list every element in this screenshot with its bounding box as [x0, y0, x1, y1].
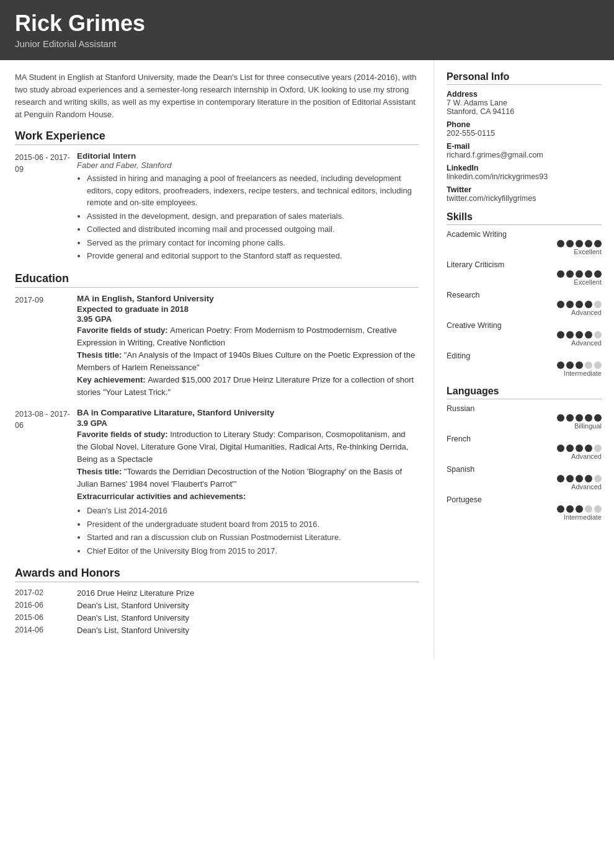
dot-filled	[585, 270, 592, 278]
edu-date: 2013-08 - 2017-06	[15, 408, 77, 559]
skill-item: Creative WritingAdvanced	[447, 321, 602, 347]
dot-filled	[585, 331, 592, 339]
award-date: 2017-02	[15, 588, 77, 598]
award-row: 2015-06Dean's List, Stanford University	[15, 613, 419, 622]
skill-name: Literary Criticism	[447, 260, 602, 269]
work-experience-title: Work Experience	[15, 130, 419, 145]
award-text: Dean's List, Stanford University	[77, 613, 419, 622]
dot-filled	[557, 475, 564, 482]
skills-items: Academic WritingExcellentLiterary Critic…	[447, 230, 602, 377]
dot-filled	[566, 361, 574, 369]
lang-dots-row	[447, 505, 602, 513]
dot-filled	[576, 475, 583, 482]
info-item: E-mailrichard.f.grimes@gmail.com	[447, 142, 602, 159]
lang-item: RussianBillingual	[447, 404, 602, 430]
edu-sub2: 3.9 GPA	[77, 418, 419, 428]
work-date: 2015-06 - 2017-09	[15, 151, 77, 264]
languages-section: Languages RussianBillingualFrenchAdvance…	[447, 386, 602, 521]
awards-title: Awards and Honors	[15, 567, 419, 582]
candidate-title: Junior Editorial Assistant	[15, 38, 599, 49]
dot-empty	[594, 505, 602, 513]
dot-filled	[576, 414, 583, 422]
dot-filled	[585, 445, 592, 452]
lang-name: Spanish	[447, 465, 602, 474]
education-title: Education	[15, 272, 419, 288]
dot-filled	[576, 361, 583, 369]
list-item: Dean's List 2014-2016	[87, 505, 419, 517]
skill-level: Excellent	[447, 248, 602, 255]
list-item: Served as the primary contact for incomi…	[87, 237, 419, 249]
skill-dots-row	[447, 240, 602, 247]
info-item: LinkedInlinkedin.com/in/rickygrimes93	[447, 164, 602, 181]
skill-item: Academic WritingExcellent	[447, 230, 602, 255]
info-item: Twittertwitter.com/rickyfillygrimes	[447, 185, 602, 203]
dot-empty	[594, 445, 602, 452]
skill-dots-row	[447, 301, 602, 308]
list-item: Provide general and editorial support to…	[87, 250, 419, 262]
dot-filled	[594, 270, 602, 278]
edu-extra-label: Extracurricular activities and achieveme…	[77, 490, 419, 503]
left-column: MA Student in English at Stanford Univer…	[0, 60, 434, 659]
lang-dots-row	[447, 475, 602, 482]
info-value: linkedin.com/in/rickygrimes93	[447, 172, 602, 181]
dot-filled	[566, 331, 574, 339]
dot-filled	[557, 301, 564, 308]
work-row: 2015-06 - 2017-09Editorial InternFaber a…	[15, 151, 419, 264]
lang-level: Intermediate	[447, 513, 602, 521]
skill-name: Research	[447, 291, 602, 299]
award-text: 2016 Drue Heinz Literature Prize	[77, 588, 419, 598]
dot-filled	[557, 331, 564, 339]
dot-filled	[585, 414, 592, 422]
edu-body: MA in English, Stanford UniversityExpect…	[77, 294, 419, 399]
info-item: Address7 W. Adams Lane Stanford, CA 9411…	[447, 90, 602, 116]
dot-filled	[594, 240, 602, 247]
candidate-name: Rick Grimes	[15, 11, 599, 36]
skill-dots-row	[447, 331, 602, 339]
info-value: 7 W. Adams Lane Stanford, CA 94116	[447, 99, 602, 116]
lang-level: Advanced	[447, 483, 602, 490]
skill-name: Creative Writing	[447, 321, 602, 330]
list-item: Chief Editor of the University Blog from…	[87, 545, 419, 557]
award-row: 2014-06Dean's List, Stanford University	[15, 626, 419, 635]
summary-section: MA Student in English at Stanford Univer…	[15, 71, 419, 122]
dot-filled	[566, 301, 574, 308]
edu-date: 2017-09	[15, 294, 77, 399]
dot-filled	[576, 331, 583, 339]
dot-filled	[557, 414, 564, 422]
skills-title: Skills	[447, 211, 602, 225]
skill-level: Advanced	[447, 309, 602, 316]
languages-items: RussianBillingualFrenchAdvancedSpanishAd…	[447, 404, 602, 521]
info-label: LinkedIn	[447, 164, 602, 172]
edu-achievement: Key achievement: Awarded $15,000 2017 Dr…	[77, 374, 419, 399]
dot-filled	[594, 414, 602, 422]
edu-thesis: Thesis title: "Towards the Derridian Dec…	[77, 466, 419, 490]
skill-level: Intermediate	[447, 370, 602, 377]
work-job-title: Editorial Intern	[77, 151, 419, 161]
lang-name: Portugese	[447, 495, 602, 504]
award-text: Dean's List, Stanford University	[77, 601, 419, 610]
award-date: 2016-06	[15, 601, 77, 610]
dot-filled	[566, 445, 574, 452]
dot-filled	[566, 414, 574, 422]
skill-dots-row	[447, 361, 602, 369]
dot-empty	[594, 475, 602, 482]
dot-filled	[557, 445, 564, 452]
header: Rick Grimes Junior Editorial Assistant	[0, 0, 614, 60]
skill-name: Editing	[447, 352, 602, 360]
lang-name: French	[447, 435, 602, 443]
dot-empty	[594, 361, 602, 369]
right-column: Personal Info Address7 W. Adams Lane Sta…	[434, 60, 614, 659]
dot-empty	[594, 301, 602, 308]
edu-degree: MA in English, Stanford University	[77, 294, 419, 303]
edu-sub1: Expected to graduate in 2018	[77, 304, 419, 314]
info-value: richard.f.grimes@gmail.com	[447, 151, 602, 159]
awards-section: Awards and Honors 2017-022016 Drue Heinz…	[15, 567, 419, 635]
dot-filled	[566, 505, 574, 513]
skill-name: Academic Writing	[447, 230, 602, 239]
skill-level: Advanced	[447, 339, 602, 347]
list-item: Assisted in hiring and managing a pool o…	[87, 172, 419, 209]
skill-item: ResearchAdvanced	[447, 291, 602, 316]
lang-item: PortugeseIntermediate	[447, 495, 602, 521]
list-item: Started and ran a discussion club on Rus…	[87, 531, 419, 544]
award-date: 2015-06	[15, 613, 77, 622]
